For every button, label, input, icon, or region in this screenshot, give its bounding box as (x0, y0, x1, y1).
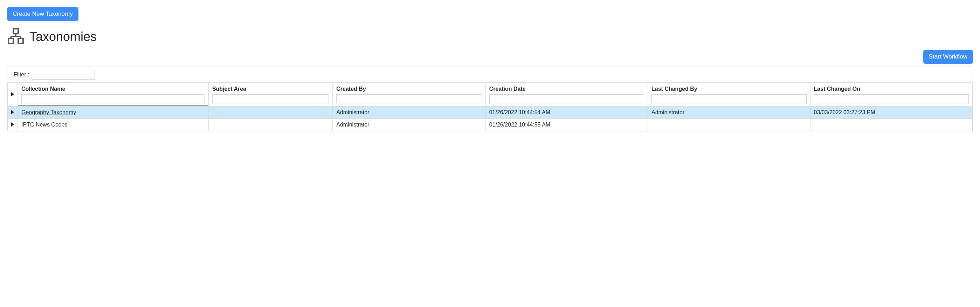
col-header-created-by[interactable]: Created By (336, 86, 366, 92)
table-row[interactable]: IPTC News CodesAdministrator01/26/2022 1… (8, 119, 973, 131)
col-filter-subject-area[interactable] (212, 94, 329, 103)
col-header-collection-name[interactable]: Collection Name (21, 86, 65, 92)
hierarchy-icon (7, 27, 24, 46)
cell-created-by: Administrator (333, 119, 485, 131)
taxonomy-link[interactable]: IPTC News Codes (21, 122, 68, 128)
col-header-creation-date[interactable]: Creation Date (489, 86, 526, 92)
taxonomy-link[interactable]: Geography Taxonomy (21, 109, 76, 115)
page-title: Taxonomies (29, 29, 97, 44)
col-filter-created-by[interactable] (336, 94, 482, 103)
cell-subject-area (208, 119, 332, 131)
cell-creation-date: 01/26/2022 10:44:55 AM (485, 119, 648, 131)
col-filter-collection-name[interactable] (21, 94, 205, 103)
col-filter-last-changed-on[interactable] (814, 94, 969, 103)
table-row[interactable]: Geography TaxonomyAdministrator01/26/202… (8, 107, 973, 119)
cell-subject-area (208, 107, 332, 119)
create-taxonomy-button[interactable]: Create New Taxonomy (7, 7, 78, 21)
cell-last-changed-on: 03/03/2022 03:27:23 PM (810, 107, 972, 119)
cell-created-by: Administrator (333, 107, 485, 119)
svg-rect-6 (18, 38, 23, 43)
col-header-last-changed-on[interactable]: Last Changed On (814, 86, 860, 92)
svg-rect-5 (8, 38, 13, 43)
col-filter-creation-date[interactable] (489, 94, 644, 103)
cell-last-changed-by (648, 119, 810, 131)
col-filter-last-changed-by[interactable] (651, 94, 807, 103)
filter-label: Filter : (14, 72, 29, 78)
col-header-last-changed-by[interactable]: Last Changed By (651, 86, 697, 92)
filter-input[interactable] (32, 70, 95, 80)
col-header-subject-area[interactable]: Subject Area (212, 86, 246, 92)
cell-creation-date: 01/26/2022 10:44:54 AM (485, 107, 648, 119)
svg-rect-0 (13, 29, 18, 34)
taxonomy-grid: Filter : Collection Name Subject Area Cr… (7, 67, 973, 131)
expand-row-icon[interactable] (11, 122, 14, 126)
cell-last-changed-by: Administrator (648, 107, 810, 119)
start-workflow-button[interactable]: Start Workflow (923, 50, 973, 64)
expand-row-icon[interactable] (11, 110, 14, 114)
cell-last-changed-on (810, 119, 972, 131)
expand-all-icon[interactable] (11, 92, 14, 96)
